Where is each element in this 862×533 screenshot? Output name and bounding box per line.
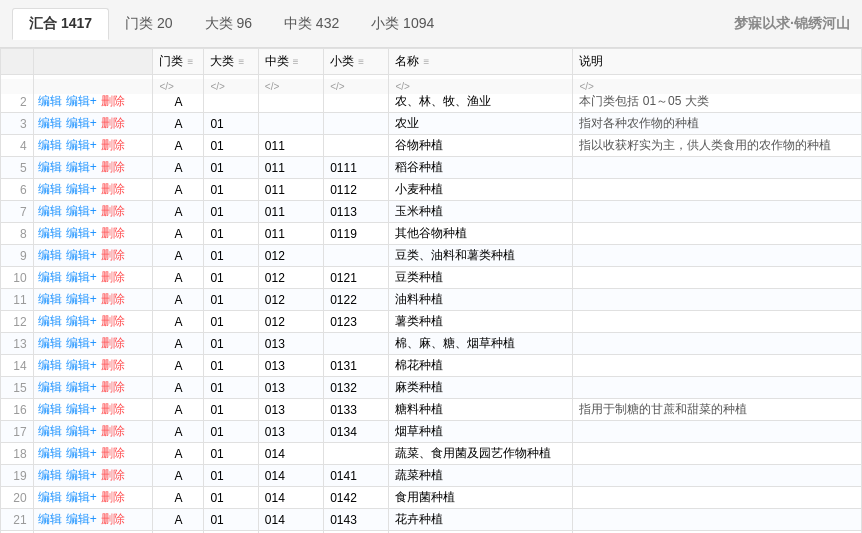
cell-note [573, 223, 862, 245]
edit-button[interactable]: 编辑 [38, 94, 62, 108]
row-actions: 编辑编辑+删除 [33, 355, 153, 377]
cell-d: 0122 [324, 289, 389, 311]
delete-button[interactable]: 删除 [101, 226, 125, 240]
cell-d: 0134 [324, 421, 389, 443]
cell-note [573, 333, 862, 355]
col-d-filter-icon[interactable]: ≡ [358, 56, 364, 67]
col-a-header: 门类 ≡ [153, 49, 204, 75]
delete-button[interactable]: 删除 [101, 248, 125, 262]
add-button[interactable]: 编辑+ [66, 94, 97, 108]
edit-button[interactable]: 编辑 [38, 292, 62, 306]
cell-e: 薯类种植 [389, 311, 573, 333]
tab-xiao[interactable]: 小类 1094 [355, 9, 450, 39]
edit-button[interactable]: 编辑 [38, 138, 62, 152]
tab-all[interactable]: 汇合 1417 [12, 8, 109, 40]
add-button[interactable]: 编辑+ [66, 292, 97, 306]
cell-d: 0141 [324, 465, 389, 487]
edit-button[interactable]: 编辑 [38, 182, 62, 196]
rownum-header [1, 49, 34, 75]
col-note-header: 说明 [573, 49, 862, 75]
add-button[interactable]: 编辑+ [66, 314, 97, 328]
col-a-filter-icon[interactable]: ≡ [187, 56, 193, 67]
delete-button[interactable]: 删除 [101, 314, 125, 328]
delete-button[interactable]: 删除 [101, 336, 125, 350]
row-number: 15 [1, 377, 34, 399]
edit-button[interactable]: 编辑 [38, 116, 62, 130]
cell-c: 013 [258, 377, 323, 399]
delete-button[interactable]: 删除 [101, 512, 125, 526]
edit-button[interactable]: 编辑 [38, 336, 62, 350]
add-button[interactable]: 编辑+ [66, 468, 97, 482]
edit-button[interactable]: 编辑 [38, 226, 62, 240]
cell-note [573, 443, 862, 465]
cell-c: 011 [258, 135, 323, 157]
edit-button[interactable]: 编辑 [38, 248, 62, 262]
add-button[interactable]: 编辑+ [66, 402, 97, 416]
edit-button[interactable]: 编辑 [38, 468, 62, 482]
col-b-filter-icon[interactable]: ≡ [238, 56, 244, 67]
delete-button[interactable]: 删除 [101, 380, 125, 394]
edit-button[interactable]: 编辑 [38, 424, 62, 438]
edit-button[interactable]: 编辑 [38, 204, 62, 218]
tab-da[interactable]: 大类 96 [189, 9, 268, 39]
col-b-header: 大类 ≡ [204, 49, 258, 75]
row-actions: 编辑编辑+删除 [33, 135, 153, 157]
delete-button[interactable]: 删除 [101, 292, 125, 306]
col-c-filter-icon[interactable]: ≡ [293, 56, 299, 67]
delete-button[interactable]: 删除 [101, 160, 125, 174]
cell-c: 012 [258, 245, 323, 267]
add-button[interactable]: 编辑+ [66, 248, 97, 262]
delete-button[interactable]: 删除 [101, 94, 125, 108]
cell-note [573, 311, 862, 333]
delete-button[interactable]: 删除 [101, 116, 125, 130]
add-button[interactable]: 编辑+ [66, 226, 97, 240]
delete-button[interactable]: 删除 [101, 182, 125, 196]
add-button[interactable]: 编辑+ [66, 204, 97, 218]
cell-e: 油料种植 [389, 289, 573, 311]
row-actions: 编辑编辑+删除 [33, 509, 153, 531]
edit-button[interactable]: 编辑 [38, 446, 62, 460]
delete-button[interactable]: 删除 [101, 358, 125, 372]
edit-button[interactable]: 编辑 [38, 270, 62, 284]
cell-a: A [153, 355, 204, 377]
edit-button[interactable]: 编辑 [38, 358, 62, 372]
delete-button[interactable]: 删除 [101, 204, 125, 218]
add-button[interactable]: 编辑+ [66, 116, 97, 130]
cell-note [573, 179, 862, 201]
delete-button[interactable]: 删除 [101, 270, 125, 284]
add-button[interactable]: 编辑+ [66, 336, 97, 350]
add-button[interactable]: 编辑+ [66, 446, 97, 460]
add-button[interactable]: 编辑+ [66, 182, 97, 196]
add-button[interactable]: 编辑+ [66, 160, 97, 174]
tab-men[interactable]: 门类 20 [109, 9, 188, 39]
edit-button[interactable]: 编辑 [38, 512, 62, 526]
add-button[interactable]: 编辑+ [66, 512, 97, 526]
col-e-filter-icon[interactable]: ≡ [423, 56, 429, 67]
add-button[interactable]: 编辑+ [66, 424, 97, 438]
edit-button[interactable]: 编辑 [38, 380, 62, 394]
edit-button[interactable]: 编辑 [38, 314, 62, 328]
cell-b: 01 [204, 223, 258, 245]
cell-c: 011 [258, 179, 323, 201]
tab-zhong[interactable]: 中类 432 [268, 9, 355, 39]
table-row: 15编辑编辑+删除A010130132麻类种植 [1, 377, 862, 399]
add-button[interactable]: 编辑+ [66, 490, 97, 504]
delete-button[interactable]: 删除 [101, 446, 125, 460]
edit-button[interactable]: 编辑 [38, 402, 62, 416]
cell-c: 014 [258, 465, 323, 487]
add-button[interactable]: 编辑+ [66, 380, 97, 394]
edit-button[interactable]: 编辑 [38, 160, 62, 174]
cell-b: 01 [204, 399, 258, 421]
delete-button[interactable]: 删除 [101, 138, 125, 152]
delete-button[interactable]: 删除 [101, 490, 125, 504]
cell-d: 0142 [324, 487, 389, 509]
code-icon-a: </> [159, 81, 173, 92]
edit-button[interactable]: 编辑 [38, 490, 62, 504]
add-button[interactable]: 编辑+ [66, 270, 97, 284]
col-a-label: 门类 [159, 53, 183, 70]
add-button[interactable]: 编辑+ [66, 358, 97, 372]
delete-button[interactable]: 删除 [101, 424, 125, 438]
delete-button[interactable]: 删除 [101, 402, 125, 416]
add-button[interactable]: 编辑+ [66, 138, 97, 152]
delete-button[interactable]: 删除 [101, 468, 125, 482]
